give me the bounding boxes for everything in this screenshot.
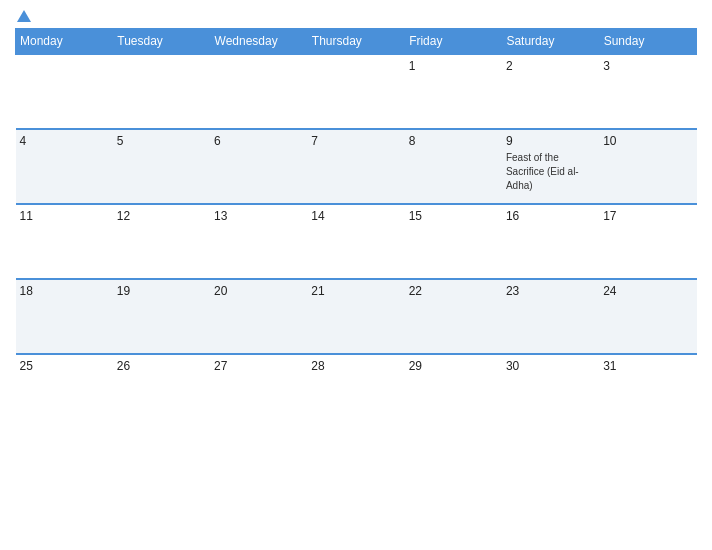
calendar-cell: [210, 54, 307, 129]
calendar-cell: 10: [599, 129, 696, 204]
day-number: 2: [506, 59, 595, 73]
weekday-header-row: MondayTuesdayWednesdayThursdayFridaySatu…: [16, 29, 697, 55]
logo-triangle-icon: [17, 10, 31, 22]
calendar-cell: 14: [307, 204, 404, 279]
calendar-week-5: 25262728293031: [16, 354, 697, 429]
weekday-monday: Monday: [16, 29, 113, 55]
calendar-table: MondayTuesdayWednesdayThursdayFridaySatu…: [15, 28, 697, 429]
day-number: 9: [506, 134, 595, 148]
calendar-cell: 19: [113, 279, 210, 354]
day-number: 29: [409, 359, 498, 373]
calendar-cell: 28: [307, 354, 404, 429]
day-number: 4: [20, 134, 109, 148]
calendar-cell: 12: [113, 204, 210, 279]
weekday-tuesday: Tuesday: [113, 29, 210, 55]
day-number: 15: [409, 209, 498, 223]
day-number: 13: [214, 209, 303, 223]
weekday-saturday: Saturday: [502, 29, 599, 55]
weekday-friday: Friday: [405, 29, 502, 55]
calendar-cell: 13: [210, 204, 307, 279]
calendar-cell: 1: [405, 54, 502, 129]
day-number: 30: [506, 359, 595, 373]
day-number: 25: [20, 359, 109, 373]
calendar-cell: 25: [16, 354, 113, 429]
calendar-cell: 16: [502, 204, 599, 279]
day-number: 6: [214, 134, 303, 148]
day-number: 11: [20, 209, 109, 223]
calendar-cell: 22: [405, 279, 502, 354]
calendar-cell: [16, 54, 113, 129]
day-number: 18: [20, 284, 109, 298]
calendar-cell: 18: [16, 279, 113, 354]
page: MondayTuesdayWednesdayThursdayFridaySatu…: [0, 0, 712, 550]
logo: [15, 10, 33, 22]
day-number: 5: [117, 134, 206, 148]
day-number: 16: [506, 209, 595, 223]
day-number: 20: [214, 284, 303, 298]
calendar-cell: 6: [210, 129, 307, 204]
calendar-week-3: 11121314151617: [16, 204, 697, 279]
day-number: 7: [311, 134, 400, 148]
calendar-cell: 31: [599, 354, 696, 429]
day-number: 21: [311, 284, 400, 298]
calendar-cell: 27: [210, 354, 307, 429]
day-number: 1: [409, 59, 498, 73]
calendar-body: 123456789Feast of the Sacrifice (Eid al-…: [16, 54, 697, 429]
calendar-header-row: MondayTuesdayWednesdayThursdayFridaySatu…: [16, 29, 697, 55]
day-number: 10: [603, 134, 692, 148]
day-number: 8: [409, 134, 498, 148]
calendar-cell: 17: [599, 204, 696, 279]
day-number: 19: [117, 284, 206, 298]
calendar-cell: [307, 54, 404, 129]
day-number: 28: [311, 359, 400, 373]
calendar-cell: 21: [307, 279, 404, 354]
day-number: 22: [409, 284, 498, 298]
calendar-cell: 11: [16, 204, 113, 279]
weekday-wednesday: Wednesday: [210, 29, 307, 55]
calendar-cell: 8: [405, 129, 502, 204]
calendar-header: [15, 10, 697, 22]
calendar-cell: [113, 54, 210, 129]
day-number: 31: [603, 359, 692, 373]
calendar-cell: 9Feast of the Sacrifice (Eid al-Adha): [502, 129, 599, 204]
calendar-cell: 15: [405, 204, 502, 279]
calendar-cell: 20: [210, 279, 307, 354]
calendar-cell: 23: [502, 279, 599, 354]
calendar-week-1: 123: [16, 54, 697, 129]
calendar-cell: 4: [16, 129, 113, 204]
day-number: 24: [603, 284, 692, 298]
calendar-cell: 29: [405, 354, 502, 429]
calendar-cell: 7: [307, 129, 404, 204]
calendar-cell: 30: [502, 354, 599, 429]
day-number: 27: [214, 359, 303, 373]
calendar-cell: 3: [599, 54, 696, 129]
calendar-week-4: 18192021222324: [16, 279, 697, 354]
calendar-week-2: 456789Feast of the Sacrifice (Eid al-Adh…: [16, 129, 697, 204]
day-number: 26: [117, 359, 206, 373]
calendar-cell: 5: [113, 129, 210, 204]
calendar-cell: 2: [502, 54, 599, 129]
calendar-cell: 24: [599, 279, 696, 354]
day-number: 3: [603, 59, 692, 73]
day-number: 12: [117, 209, 206, 223]
day-number: 17: [603, 209, 692, 223]
day-number: 14: [311, 209, 400, 223]
weekday-sunday: Sunday: [599, 29, 696, 55]
calendar-cell: 26: [113, 354, 210, 429]
weekday-thursday: Thursday: [307, 29, 404, 55]
event-label: Feast of the Sacrifice (Eid al-Adha): [506, 152, 579, 191]
day-number: 23: [506, 284, 595, 298]
